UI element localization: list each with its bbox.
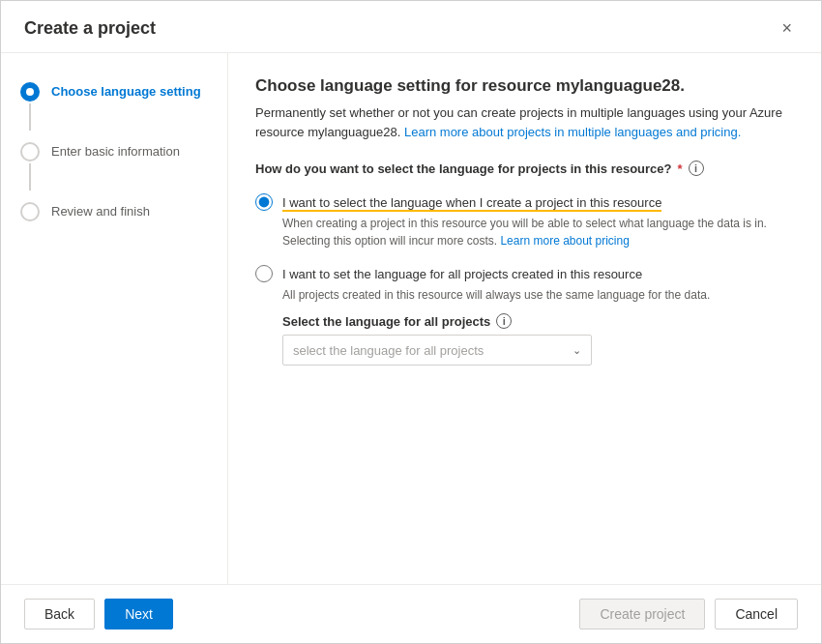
radio-row-1: I want to select the language when I cre… — [255, 193, 794, 211]
step-circle-choose-language — [20, 82, 40, 102]
sub-section-label: Select the language for all projects i — [282, 313, 794, 329]
step-label-choose-language: Choose language setting — [51, 82, 201, 99]
create-project-modal: Create a project × Choose language setti… — [0, 0, 822, 644]
step-line-2 — [29, 163, 31, 190]
sub-section-label-text: Select the language for all projects — [282, 314, 490, 329]
radio-input-2[interactable] — [255, 265, 273, 282]
sidebar: Choose language setting Enter basic info… — [1, 53, 228, 584]
step-line-1 — [29, 103, 31, 131]
next-button[interactable]: Next — [104, 599, 173, 629]
footer-right: Create project Cancel — [579, 599, 798, 629]
content-title: Choose language setting for resource myl… — [255, 76, 794, 96]
modal-title: Create a project — [24, 18, 156, 39]
radio-input-1[interactable] — [255, 193, 273, 211]
chevron-down-icon: ⌄ — [572, 344, 581, 357]
cancel-button[interactable]: Cancel — [715, 599, 798, 629]
modal-footer: Back Next Create project Cancel — [1, 584, 821, 643]
close-button[interactable]: × — [776, 16, 798, 41]
step-circle-review-finish — [20, 202, 40, 221]
step-label-review-finish: Review and finish — [51, 202, 150, 219]
description-link[interactable]: Learn more about projects in multiple la… — [404, 125, 741, 139]
language-dropdown[interactable]: select the language for all projects ⌄ — [282, 335, 592, 366]
modal-body: Choose language setting Enter basic info… — [1, 53, 821, 584]
question-label: How do you want to select the language f… — [255, 161, 794, 176]
back-button[interactable]: Back — [24, 599, 95, 629]
step-choose-language: Choose language setting — [1, 76, 227, 136]
question-info-icon: i — [689, 161, 704, 176]
main-content: Choose language setting for resource myl… — [228, 53, 821, 584]
create-project-button: Create project — [579, 599, 705, 629]
sub-section-info-icon: i — [496, 313, 512, 329]
radio-label-1[interactable]: I want to select the language when I cre… — [282, 195, 661, 210]
footer-left: Back Next — [24, 599, 173, 629]
radio-desc-2: All projects created in this resource wi… — [282, 286, 794, 304]
radio-row-2: I want to set the language for all proje… — [255, 265, 794, 282]
radio-label-2[interactable]: I want to set the language for all proje… — [282, 267, 642, 281]
required-star: * — [678, 161, 683, 176]
radio-label-text-1: I want to select the language when I cre… — [282, 195, 661, 212]
question-text: How do you want to select the language f… — [255, 161, 672, 176]
radio-desc-link-1[interactable]: Learn more about pricing — [500, 234, 629, 248]
radio-option-2: I want to set the language for all proje… — [255, 265, 794, 366]
radio-option-1: I want to select the language when I cre… — [255, 193, 794, 249]
step-review-finish: Review and finish — [1, 196, 227, 227]
step-circle-enter-basic — [20, 142, 40, 161]
radio-desc-1: When creating a project in this resource… — [282, 215, 794, 249]
step-label-enter-basic: Enter basic information — [51, 142, 180, 159]
modal-header: Create a project × — [1, 1, 821, 53]
dropdown-placeholder: select the language for all projects — [293, 343, 484, 358]
step-enter-basic: Enter basic information — [1, 136, 227, 196]
content-description: Permanently set whether or not you can c… — [255, 103, 794, 141]
